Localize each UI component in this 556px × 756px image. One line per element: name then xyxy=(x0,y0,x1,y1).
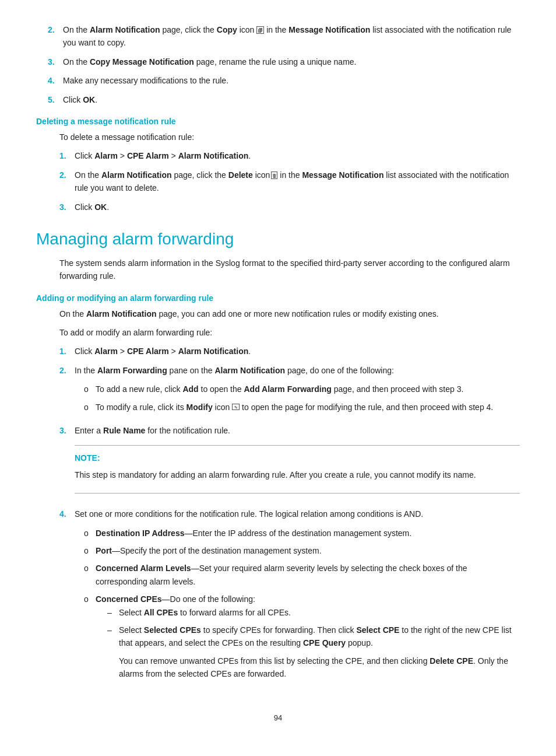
dash-2: – xyxy=(107,624,114,681)
step-2-content: On the Alarm Notification page, click th… xyxy=(63,23,520,50)
fw-step-3-text: Enter a Rule Name for the notification r… xyxy=(75,424,520,437)
add-alarm-forwarding-label: Add Alarm Forwarding xyxy=(244,384,331,394)
alarm-levels-label: Concerned Alarm Levels xyxy=(96,564,191,573)
fw-bullet-port-text: Port—Specify the port of the destination… xyxy=(96,544,322,557)
delete-step-3-content: Click OK. xyxy=(75,201,520,214)
alarm-notification-label-d1: Alarm Notification xyxy=(178,151,249,160)
note-label: NOTE: xyxy=(75,452,520,464)
fw-step-1: 1. Click Alarm > CPE Alarm > Alarm Notif… xyxy=(59,345,520,358)
step-num-4: 4. xyxy=(48,74,58,87)
delete-step-2-content: On the Alarm Notification page, click th… xyxy=(75,169,520,195)
managing-intro: The system sends alarm information in th… xyxy=(59,257,520,283)
ok-label-1: OK xyxy=(83,95,95,104)
message-notification-label-1: Message Notification xyxy=(288,25,370,34)
modify-label: Modify xyxy=(186,402,213,412)
fw-step-1-content: Click Alarm > CPE Alarm > Alarm Notifica… xyxy=(75,345,520,358)
all-cpes-label: All CPEs xyxy=(144,608,178,617)
fw-bullet-add: o To add a new rule, click Add to open t… xyxy=(84,383,520,396)
fw-bullet-alarm-levels: o Concerned Alarm Levels—Set your requir… xyxy=(84,562,520,588)
deleting-heading: Deleting a message notification rule xyxy=(36,117,520,126)
fw-bullet-cpes: o Concerned CPEs—Do one of the following… xyxy=(84,593,520,685)
adding-modifying-intro1: On the Alarm Notification page, you can … xyxy=(59,307,520,320)
managing-heading: Managing alarm forwarding xyxy=(36,230,520,249)
bullet-dot-1: o xyxy=(84,383,91,396)
alarm-forwarding-label: Alarm Forwarding xyxy=(97,366,167,375)
step-4: 4. Make any necessary modifications to t… xyxy=(48,74,520,87)
bullet-dot-3: o xyxy=(84,527,91,540)
fw-step-num-4: 4. xyxy=(59,508,70,690)
step-4-content: Make any necessary modifications to the … xyxy=(63,74,520,87)
concerned-cpes-label: Concerned CPEs xyxy=(96,594,162,604)
delete-label: Delete xyxy=(228,170,253,180)
delete-step-num-1: 1. xyxy=(59,149,70,162)
fw-bullet-alarm-levels-text: Concerned Alarm Levels—Set your required… xyxy=(96,562,520,588)
step-5: 5. Click OK. xyxy=(48,93,520,106)
alarm-notification-label-fw1: Alarm Notification xyxy=(178,346,249,356)
deleting-intro: To delete a message notification rule: xyxy=(59,131,520,144)
select-cpe-label: Select CPE xyxy=(357,625,400,635)
note-text: This step is mandatory for adding an ala… xyxy=(75,468,520,481)
delete-step-num-2: 2. xyxy=(59,169,70,195)
alarm-label-d1: Alarm xyxy=(94,151,118,160)
alarm-notification-label-fw2: Alarm Notification xyxy=(214,366,285,375)
delete-step-2: 2. On the Alarm Notification page, click… xyxy=(59,169,520,195)
initial-steps: 2. On the Alarm Notification page, click… xyxy=(48,23,520,106)
fw-step-3: 3. Enter a Rule Name for the notificatio… xyxy=(59,424,520,502)
copy-message-notification-label: Copy Message Notification xyxy=(90,57,194,66)
port-label: Port xyxy=(96,546,112,555)
step-3: 3. On the Copy Message Notification page… xyxy=(48,55,520,68)
page-number: 94 xyxy=(36,713,520,722)
alarm-label-fw1: Alarm xyxy=(94,346,118,356)
remove-cpe-text: You can remove unwanted CPEs from this l… xyxy=(119,654,520,681)
cpe-query-label: CPE Query xyxy=(303,638,346,648)
fw-step-2-text: In the Alarm Forwarding pane on the Alar… xyxy=(75,364,520,377)
fw-step-4-bullets: o Destination IP Address—Enter the IP ad… xyxy=(84,527,520,685)
rule-name-label: Rule Name xyxy=(103,426,145,435)
fw-step-3-content: Enter a Rule Name for the notification r… xyxy=(75,424,520,502)
fw-step-2-bullets: o To add a new rule, click Add to open t… xyxy=(84,383,520,414)
selected-cpes-content: Select Selected CPEs to specify CPEs for… xyxy=(119,624,520,681)
fw-step-num-2: 2. xyxy=(59,364,70,418)
modify-icon: ✎ xyxy=(232,404,240,410)
forwarding-steps: 1. Click Alarm > CPE Alarm > Alarm Notif… xyxy=(59,345,520,690)
fw-bullet-cpes-content: Concerned CPEs—Do one of the following: … xyxy=(96,593,520,685)
delete-icon: 🗑 xyxy=(271,172,277,179)
page-content: 2. On the Alarm Notification page, click… xyxy=(36,23,520,722)
fw-step-num-3: 3. xyxy=(59,424,70,502)
fw-step-4-content: Set one or more conditions for the notif… xyxy=(75,508,520,690)
delete-step-1: 1. Click Alarm > CPE Alarm > Alarm Notif… xyxy=(59,149,520,162)
fw-step-4-text: Set one or more conditions for the notif… xyxy=(75,508,520,520)
fw-step-2-content: In the Alarm Forwarding pane on the Alar… xyxy=(75,364,520,418)
all-cpes-item: – Select All CPEs to forward alarms for … xyxy=(107,606,520,619)
step-5-content: Click OK. xyxy=(63,93,520,106)
bullet-dot-2: o xyxy=(84,401,91,414)
fw-bullet-modify-text: To modify a rule, click its Modify icon … xyxy=(96,401,493,414)
delete-step-3: 3. Click OK. xyxy=(59,201,520,214)
fw-step-2: 2. In the Alarm Forwarding pane on the A… xyxy=(59,364,520,418)
fw-bullet-modify: o To modify a rule, click its Modify ico… xyxy=(84,401,520,414)
bullet-dot-6: o xyxy=(84,593,91,685)
dest-ip-label: Destination IP Address xyxy=(96,528,184,538)
adding-modifying-intro2: To add or modify an alarm forwarding rul… xyxy=(59,326,520,339)
cpe-alarm-label-d1: CPE Alarm xyxy=(127,151,169,160)
fw-step-4: 4. Set one or more conditions for the no… xyxy=(59,508,520,690)
adding-modifying-heading: Adding or modifying an alarm forwarding … xyxy=(36,293,520,303)
step-3-content: On the Copy Message Notification page, r… xyxy=(63,55,520,68)
step-num-2: 2. xyxy=(48,23,58,50)
dash-1: – xyxy=(107,606,114,619)
bullet-dot-4: o xyxy=(84,544,91,557)
fw-bullet-port: o Port—Specify the port of the destinati… xyxy=(84,544,520,557)
concerned-cpes-text: Concerned CPEs—Do one of the following: xyxy=(96,593,520,606)
selected-cpes-item: – Select Selected CPEs to specify CPEs f… xyxy=(107,624,520,681)
step-2: 2. On the Alarm Notification page, click… xyxy=(48,23,520,50)
message-notification-label-d2: Message Notification xyxy=(302,170,383,180)
alarm-notification-label-d2: Alarm Notification xyxy=(101,170,172,180)
step-num-5: 5. xyxy=(48,93,58,106)
fw-bullet-dest-ip-text: Destination IP Address—Enter the IP addr… xyxy=(96,527,411,540)
alarm-notification-label-am1: Alarm Notification xyxy=(86,309,157,318)
cpe-alarm-label-fw1: CPE Alarm xyxy=(127,346,169,356)
step-num-3: 3. xyxy=(48,55,58,68)
fw-bullet-dest-ip: o Destination IP Address—Enter the IP ad… xyxy=(84,527,520,540)
deleting-steps: 1. Click Alarm > CPE Alarm > Alarm Notif… xyxy=(59,149,520,214)
ok-label-d3: OK xyxy=(94,202,107,212)
